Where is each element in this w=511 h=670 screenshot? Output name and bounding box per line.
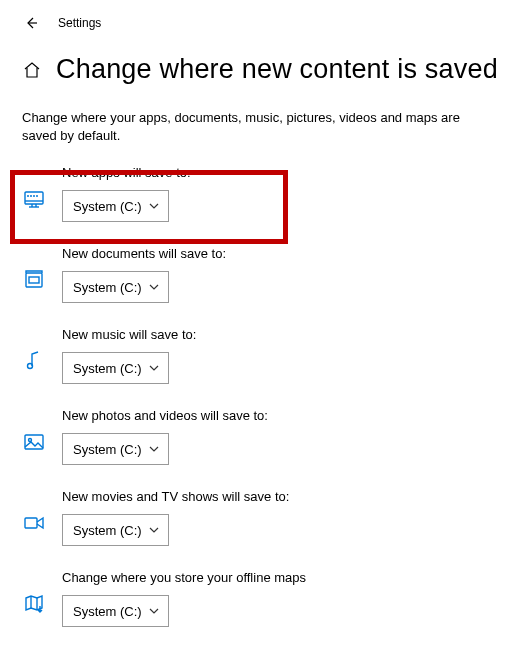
- maps-icon: [22, 592, 46, 616]
- setting-photos-label: New photos and videos will save to:: [62, 408, 511, 423]
- setting-movies-dropdown[interactable]: System (C:): [62, 514, 169, 546]
- svg-rect-10: [29, 277, 39, 283]
- home-button[interactable]: [22, 60, 42, 80]
- apps-icon: [22, 187, 46, 211]
- setting-maps-value: System (C:): [73, 604, 142, 619]
- music-icon: [22, 349, 46, 373]
- setting-movies-value: System (C:): [73, 523, 142, 538]
- home-icon: [23, 61, 41, 79]
- setting-music: New music will save to: System (C:): [0, 315, 511, 396]
- setting-photos-dropdown[interactable]: System (C:): [62, 433, 169, 465]
- svg-rect-14: [25, 518, 37, 528]
- page-heading-row: Change where new content is saved: [0, 32, 511, 85]
- setting-documents-label: New documents will save to:: [62, 246, 511, 261]
- setting-apps: New apps will save to: System (C:): [0, 153, 511, 234]
- setting-maps-dropdown[interactable]: System (C:): [62, 595, 169, 627]
- setting-music-value: System (C:): [73, 361, 142, 376]
- setting-apps-dropdown[interactable]: System (C:): [62, 190, 169, 222]
- setting-movies-label: New movies and TV shows will save to:: [62, 489, 511, 504]
- chevron-down-icon: [148, 200, 160, 212]
- photos-icon: [22, 430, 46, 454]
- setting-movies: New movies and TV shows will save to: Sy…: [0, 477, 511, 558]
- setting-apps-value: System (C:): [73, 199, 142, 214]
- settings-list: New apps will save to: System (C:) New d…: [0, 145, 511, 639]
- documents-icon: [22, 268, 46, 292]
- svg-rect-12: [25, 435, 43, 449]
- page-description: Change where your apps, documents, music…: [0, 85, 511, 145]
- svg-rect-0: [25, 192, 43, 204]
- page-title: Change where new content is saved: [56, 54, 498, 85]
- top-bar: Settings: [0, 0, 511, 32]
- setting-documents: New documents will save to: System (C:): [0, 234, 511, 315]
- chevron-down-icon: [148, 281, 160, 293]
- setting-photos-value: System (C:): [73, 442, 142, 457]
- chevron-down-icon: [148, 524, 160, 536]
- setting-maps: Change where you store your offline maps…: [0, 558, 511, 639]
- settings-title: Settings: [58, 16, 101, 30]
- setting-music-dropdown[interactable]: System (C:): [62, 352, 169, 384]
- chevron-down-icon: [148, 605, 160, 617]
- setting-photos: New photos and videos will save to: Syst…: [0, 396, 511, 477]
- svg-point-13: [29, 439, 32, 442]
- movies-icon: [22, 511, 46, 535]
- chevron-down-icon: [148, 362, 160, 374]
- setting-music-label: New music will save to:: [62, 327, 511, 342]
- setting-apps-label: New apps will save to:: [62, 165, 511, 180]
- back-button[interactable]: [22, 14, 40, 32]
- setting-documents-value: System (C:): [73, 280, 142, 295]
- back-arrow-icon: [23, 15, 39, 31]
- setting-documents-dropdown[interactable]: System (C:): [62, 271, 169, 303]
- chevron-down-icon: [148, 443, 160, 455]
- setting-maps-label: Change where you store your offline maps: [62, 570, 511, 585]
